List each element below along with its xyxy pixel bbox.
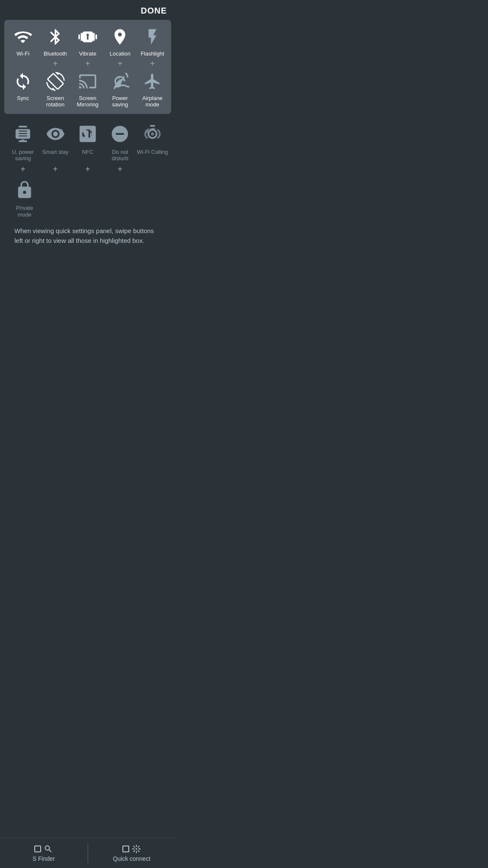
qs-item-screen-mirroring[interactable]: Screen Mirroring <box>72 70 104 108</box>
done-button[interactable]: DONE <box>141 6 167 16</box>
avail-label-smart-stay: Smart stay <box>42 149 69 156</box>
nfc-icon <box>75 122 100 146</box>
qs-label-flashlight: Flashlight <box>141 50 164 57</box>
qs-label-bluetooth: Bluetooth <box>44 50 67 57</box>
wifi-calling-icon <box>140 122 165 146</box>
qs-label-wifi: Wi-Fi <box>17 50 29 57</box>
bluetooth-icon <box>43 26 68 48</box>
wifi-icon <box>10 26 36 48</box>
avail-plus-3: + <box>72 164 104 174</box>
qs-label-vibrate: Vibrate <box>79 50 96 57</box>
flashlight-icon <box>140 26 165 48</box>
qs-item-screen-rotation[interactable]: Screen rotation <box>39 70 72 108</box>
avail-item-do-not-disturb[interactable]: Do not disturb <box>104 122 136 162</box>
done-bar: DONE <box>0 0 175 20</box>
avail-row-1: U. power saving Smart stay NFC Do not di… <box>7 122 169 162</box>
screen-mirroring-icon <box>75 70 100 92</box>
location-icon <box>107 26 133 48</box>
avail-plus-4: + <box>104 164 136 174</box>
qs-label-screen-rotation: Screen rotation <box>39 95 72 108</box>
qs-item-flashlight[interactable]: Flashlight <box>136 26 169 57</box>
qs-item-vibrate[interactable]: Vibrate <box>72 26 104 57</box>
qs-label-sync: Sync <box>17 95 29 102</box>
sync-icon <box>10 70 36 92</box>
avail-plus-1: + <box>7 164 39 174</box>
avail-item-private-mode[interactable]: Private mode <box>8 178 41 218</box>
qs-label-airplane: Airplane mode <box>136 95 169 108</box>
vibrate-icon <box>75 26 100 48</box>
qs-label-power-saving: Power saving <box>104 95 136 108</box>
qs-plus-row-1: + + + + <box>7 57 169 70</box>
airplane-icon <box>140 70 165 92</box>
qs-item-bluetooth[interactable]: Bluetooth <box>39 26 72 57</box>
plus-2: + <box>39 59 71 69</box>
qs-row-1: Wi-Fi Bluetooth Vibrate Location <box>7 26 169 57</box>
avail-row-2: Private mode <box>7 178 169 218</box>
avail-item-u-power-saving[interactable]: U. power saving <box>7 122 39 162</box>
qs-item-airplane[interactable]: Airplane mode <box>136 70 169 108</box>
avail-label-u-power-saving: U. power saving <box>7 149 39 162</box>
avail-item-nfc[interactable]: NFC <box>72 122 104 156</box>
avail-label-do-not-disturb: Do not disturb <box>104 149 136 162</box>
avail-label-nfc: NFC <box>82 149 94 156</box>
qs-label-screen-mirroring: Screen Mirroring <box>72 95 104 108</box>
plus-3: + <box>72 59 104 69</box>
available-section: U. power saving Smart stay NFC Do not di… <box>0 119 175 292</box>
smart-stay-icon <box>43 122 68 146</box>
plus-5: + <box>136 59 169 69</box>
avail-plus-2: + <box>39 164 71 174</box>
svg-point-0 <box>59 129 63 132</box>
plus-4: + <box>104 59 136 69</box>
qs-label-location: Location <box>110 50 130 57</box>
qs-item-location[interactable]: Location <box>104 26 136 57</box>
avail-item-wifi-calling[interactable]: Wi-Fi Calling <box>136 122 169 156</box>
do-not-disturb-icon <box>108 122 132 146</box>
avail-item-smart-stay[interactable]: Smart stay <box>39 122 72 156</box>
avail-label-wifi-calling: Wi-Fi Calling <box>137 149 168 156</box>
u-power-saving-icon <box>11 122 35 146</box>
hint-text: When viewing quick settings panel, swipe… <box>7 220 169 258</box>
qs-item-sync[interactable]: Sync <box>7 70 39 102</box>
avail-plus-row: + + + + <box>7 164 169 178</box>
quick-panel: Wi-Fi Bluetooth Vibrate Location <box>4 20 171 114</box>
power-saving-icon <box>107 70 133 92</box>
screen-rotation-icon <box>43 70 68 92</box>
avail-label-private-mode: Private mode <box>8 205 41 218</box>
private-mode-icon <box>12 178 37 202</box>
qs-row-2: Sync Screen rotation Screen Mirroring Po… <box>7 70 169 108</box>
qs-item-power-saving[interactable]: Power saving <box>104 70 136 108</box>
qs-item-wifi[interactable]: Wi-Fi <box>7 26 39 57</box>
